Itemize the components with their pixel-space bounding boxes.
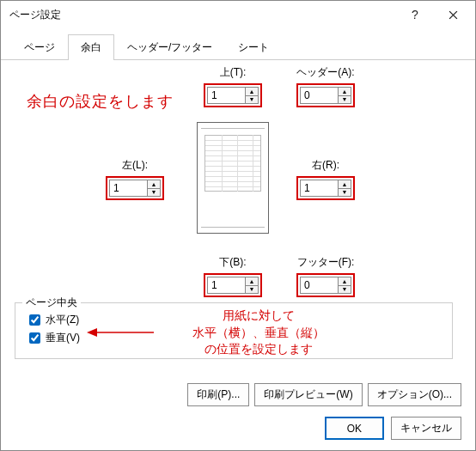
footer-margin-input[interactable] [300, 277, 338, 294]
left-margin-label: 左(L): [106, 158, 164, 173]
tab-page[interactable]: ページ [11, 34, 68, 60]
top-margin-down[interactable]: ▼ [246, 96, 258, 104]
close-icon [449, 10, 458, 20]
ok-button[interactable]: OK [325, 417, 384, 440]
center-group-label: ページ中央 [22, 296, 81, 310]
right-margin-label: 右(R): [296, 158, 355, 173]
bottom-margin-input[interactable] [207, 277, 245, 294]
left-margin-input[interactable] [109, 180, 147, 197]
top-margin-label: 上(T): [204, 65, 262, 80]
footer-margin-label: フッター(F): [296, 255, 355, 270]
center-horizontal-checkbox[interactable] [29, 314, 40, 326]
dialog-title: ページ設定 [9, 8, 396, 22]
bottom-margin-down[interactable]: ▼ [246, 286, 258, 294]
footer-margin-down[interactable]: ▼ [339, 286, 351, 294]
help-button[interactable]: ? [396, 3, 434, 27]
right-margin-input[interactable] [300, 180, 338, 197]
page-preview [197, 122, 269, 234]
print-button[interactable]: 印刷(P)... [187, 383, 249, 406]
annotation-arrow-icon [87, 326, 156, 338]
right-margin-up[interactable]: ▲ [339, 180, 351, 189]
header-margin-up[interactable]: ▲ [339, 88, 351, 96]
tab-sheet[interactable]: シート [225, 34, 282, 60]
header-margin-label: ヘッダー(A): [296, 65, 355, 80]
left-margin-down[interactable]: ▼ [148, 189, 160, 197]
center-horizontal-label: 水平(Z) [46, 313, 79, 327]
tab-header-footer[interactable]: ヘッダー/フッター [114, 34, 225, 60]
options-button[interactable]: オプション(O)... [368, 383, 461, 406]
print-preview-button[interactable]: 印刷プレビュー(W) [254, 383, 362, 406]
right-margin-down[interactable]: ▼ [339, 189, 351, 197]
annotation-margins: 余白の設定をします [27, 91, 174, 112]
bottom-margin-label: 下(B): [204, 255, 262, 270]
header-margin-input[interactable] [300, 87, 338, 104]
close-button[interactable] [434, 3, 472, 27]
center-vertical-checkbox[interactable] [29, 332, 40, 344]
footer-margin-up[interactable]: ▲ [339, 277, 351, 286]
tab-margins[interactable]: 余白 [68, 34, 114, 60]
svg-marker-1 [87, 328, 97, 337]
annotation-center: 用紙に対して 水平（横）、垂直（縦） の位置を設定します [164, 308, 353, 358]
top-margin-input[interactable] [207, 87, 245, 104]
tab-strip: ページ 余白 ヘッダー/フッター シート [1, 28, 475, 60]
cancel-button[interactable]: キャンセル [391, 417, 461, 440]
top-margin-up[interactable]: ▲ [246, 88, 258, 96]
center-vertical-label: 垂直(V) [46, 331, 80, 345]
header-margin-down[interactable]: ▼ [339, 96, 351, 104]
left-margin-up[interactable]: ▲ [148, 180, 160, 189]
bottom-margin-up[interactable]: ▲ [246, 277, 258, 286]
